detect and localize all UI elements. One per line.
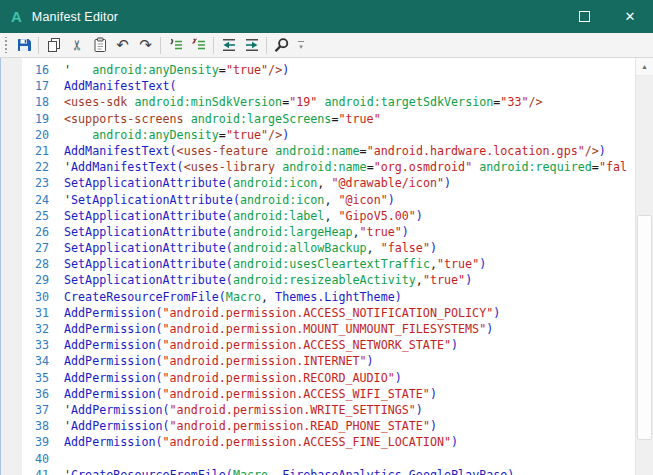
line-number: 38 bbox=[22, 418, 49, 434]
code-line[interactable]: 26SetApplicationAttribute(android:largeH… bbox=[22, 224, 653, 240]
code-line[interactable]: 40 bbox=[22, 451, 653, 467]
code-line[interactable]: 35AddPermission("android.permission.RECO… bbox=[22, 370, 653, 386]
code-token: SetApplicationAttribute( bbox=[64, 241, 233, 255]
code-token: AddPermission( bbox=[64, 338, 163, 352]
code-token: Themes.LightTheme) bbox=[275, 290, 402, 304]
code-line[interactable]: 17AddManifestText( bbox=[22, 78, 653, 94]
code-token: = bbox=[219, 128, 226, 142]
editor-margin bbox=[1, 58, 22, 475]
code-token: "33" bbox=[500, 95, 528, 109]
code-text: AddPermission("android.permission.MOUNT_… bbox=[49, 321, 653, 337]
code-line[interactable]: 28SetApplicationAttribute(android:usesCl… bbox=[22, 256, 653, 272]
code-line[interactable]: 23SetApplicationAttribute(android:icon, … bbox=[22, 175, 653, 191]
code-token: SetApplicationAttribute( bbox=[64, 209, 233, 223]
line-number: 27 bbox=[22, 240, 49, 256]
code-token: "android.permission.WRITE_SETTINGS" bbox=[170, 403, 416, 417]
code-text: <uses-sdk android:minSdkVersion="19" and… bbox=[49, 94, 653, 110]
code-line[interactable]: 34AddPermission("android.permission.INTE… bbox=[22, 353, 653, 369]
code-token: ) bbox=[282, 128, 289, 142]
cut-icon: ✂ bbox=[71, 37, 83, 53]
code-line[interactable]: 39AddPermission("android.permission.ACCE… bbox=[22, 434, 653, 450]
code-line[interactable]: 36AddPermission("android.permission.ACCE… bbox=[22, 386, 653, 402]
line-number: 30 bbox=[22, 289, 49, 305]
vertical-scrollbar[interactable]: ▲ bbox=[635, 58, 653, 475]
code-token: , bbox=[367, 241, 381, 255]
code-line[interactable]: 25SetApplicationAttribute(android:label,… bbox=[22, 208, 653, 224]
code-token: "android.permission.READ_PHONE_STATE" bbox=[170, 419, 430, 433]
maximize-button[interactable] bbox=[561, 0, 607, 33]
code-token: SetApplicationAttribute( bbox=[64, 273, 233, 287]
uncomment-button[interactable] bbox=[187, 34, 210, 56]
toolbar-options-button[interactable]: ▾ bbox=[296, 41, 306, 50]
code-line[interactable]: 16' android:anyDensity="true"/>) bbox=[22, 62, 653, 78]
code-area[interactable]: 16' android:anyDensity="true"/>)17AddMan… bbox=[22, 58, 653, 475]
code-token: <supports-screens bbox=[64, 112, 184, 126]
code-text: <supports-screens android:largeScreens="… bbox=[49, 111, 653, 127]
code-line[interactable]: 18<uses-sdk android:minSdkVersion="19" a… bbox=[22, 94, 653, 110]
undo-button[interactable]: ↶ bbox=[111, 34, 134, 56]
cut-button[interactable]: ✂ bbox=[65, 34, 88, 56]
comment-button[interactable] bbox=[164, 34, 187, 56]
code-line[interactable]: 29SetApplicationAttribute(android:resize… bbox=[22, 272, 653, 288]
scroll-up-button[interactable]: ▲ bbox=[636, 58, 653, 76]
code-line[interactable]: 37'AddPermission("android.permission.WRI… bbox=[22, 402, 653, 418]
code-token: AddManifestText( bbox=[64, 144, 177, 158]
maximize-icon bbox=[579, 11, 590, 22]
code-text: SetApplicationAttribute(android:icon, "@… bbox=[49, 175, 653, 191]
code-token: ' bbox=[64, 193, 71, 207]
line-number: 20 bbox=[22, 127, 49, 143]
code-text: 'AddPermission("android.permission.READ_… bbox=[49, 418, 653, 434]
toolbar-grip-icon[interactable] bbox=[4, 37, 8, 53]
title-bar: A Manifest Editor ✕ bbox=[0, 0, 653, 33]
code-line[interactable]: 31AddPermission("android.permission.ACCE… bbox=[22, 305, 653, 321]
code-line[interactable]: 32AddPermission("android.permission.MOUN… bbox=[22, 321, 653, 337]
code-token: ) bbox=[282, 63, 289, 77]
code-token: "android.hardware.location.gps" bbox=[367, 144, 585, 158]
scroll-up-icon: ▲ bbox=[641, 63, 648, 70]
code-token: "true" bbox=[226, 63, 268, 77]
save-button[interactable] bbox=[12, 34, 35, 56]
code-text: 'CreateResourceFromFile(Macro, FirebaseA… bbox=[49, 467, 653, 475]
code-line[interactable]: 21AddManifestText(<uses-feature android:… bbox=[22, 143, 653, 159]
code-token: "GipoV5.00" bbox=[338, 209, 415, 223]
code-token: AddPermission( bbox=[64, 387, 163, 401]
paste-button[interactable] bbox=[88, 34, 111, 56]
indent-button[interactable] bbox=[240, 34, 263, 56]
code-line[interactable]: 19<supports-screens android:largeScreens… bbox=[22, 111, 653, 127]
code-line[interactable]: 30CreateResourceFromFile(Macro, Themes.L… bbox=[22, 289, 653, 305]
find-button[interactable] bbox=[270, 34, 293, 56]
code-token: ' bbox=[64, 63, 92, 77]
code-token: AddPermission( bbox=[64, 306, 163, 320]
code-line[interactable]: 24'SetApplicationAttribute(android:icon,… bbox=[22, 192, 653, 208]
code-line[interactable]: 27SetApplicationAttribute(android:allowB… bbox=[22, 240, 653, 256]
line-number: 19 bbox=[22, 111, 49, 127]
code-editor[interactable]: 16' android:anyDensity="true"/>)17AddMan… bbox=[0, 58, 653, 475]
code-token: ) bbox=[465, 273, 472, 287]
line-number: 28 bbox=[22, 256, 49, 272]
code-line[interactable]: 38'AddPermission("android.permission.REA… bbox=[22, 418, 653, 434]
outdent-button[interactable] bbox=[217, 34, 240, 56]
line-number: 23 bbox=[22, 175, 49, 191]
code-token: ) bbox=[430, 387, 437, 401]
code-text: SetApplicationAttribute(android:allowBac… bbox=[49, 240, 653, 256]
code-line[interactable]: 33AddPermission("android.permission.ACCE… bbox=[22, 337, 653, 353]
code-token: android:name bbox=[275, 144, 359, 158]
toolbar-options-icon bbox=[298, 41, 304, 42]
code-token: android:targetSdkVersion bbox=[324, 95, 493, 109]
code-line[interactable]: 20 android:anyDensity="true"/>) bbox=[22, 127, 653, 143]
code-text: android:anyDensity="true"/>) bbox=[49, 127, 653, 143]
code-token: ) bbox=[479, 257, 486, 271]
code-line[interactable]: 22'AddManifestText(<uses-library android… bbox=[22, 159, 653, 175]
code-token: FirebaseAnalytics.GooglePlayBase) bbox=[282, 468, 514, 475]
code-token: android:name bbox=[282, 160, 366, 174]
code-token: "true" bbox=[226, 128, 268, 142]
code-token: ) bbox=[430, 419, 437, 433]
line-number: 37 bbox=[22, 402, 49, 418]
code-line[interactable]: 41'CreateResourceFromFile(Macro, Firebas… bbox=[22, 467, 653, 475]
scrollbar-thumb[interactable] bbox=[637, 215, 652, 440]
redo-button[interactable]: ↷ bbox=[134, 34, 157, 56]
uncomment-icon bbox=[191, 37, 207, 53]
copy-button[interactable] bbox=[42, 34, 65, 56]
code-token: /> bbox=[268, 128, 282, 142]
close-button[interactable]: ✕ bbox=[607, 0, 653, 33]
